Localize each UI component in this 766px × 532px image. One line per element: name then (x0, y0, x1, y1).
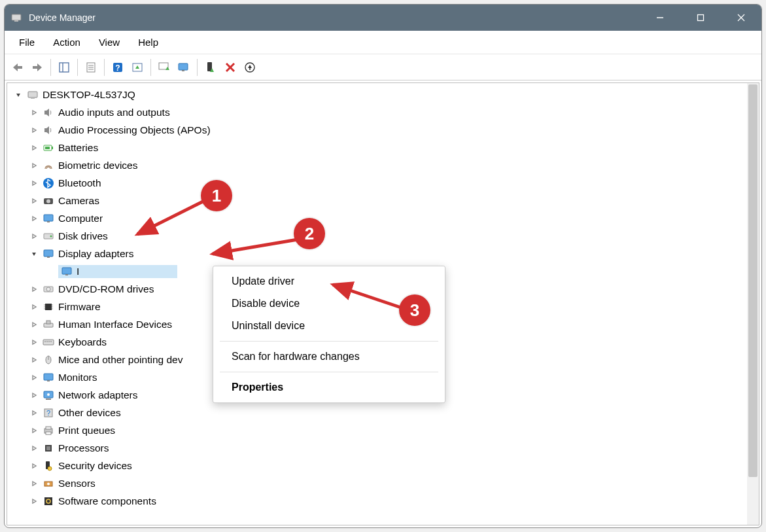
caret-right-icon[interactable] (29, 338, 39, 347)
uninstall-device-button[interactable] (241, 58, 259, 77)
computer-icon (27, 89, 39, 101)
svg-rect-28 (52, 147, 53, 149)
caret-right-icon[interactable] (29, 320, 39, 329)
vertical-scrollbar[interactable] (747, 83, 759, 525)
properties-button[interactable] (82, 58, 100, 77)
ctx-update-driver[interactable]: Update driver (213, 270, 445, 293)
menu-file[interactable]: File (10, 34, 44, 50)
fingerprint-icon (43, 160, 54, 171)
caret-right-icon[interactable] (29, 196, 39, 205)
ctx-scan-hardware[interactable]: Scan for hardware changes (213, 346, 445, 368)
tree-node[interactable]: Audio Processing Objects (APOs) (14, 121, 747, 139)
svg-rect-70 (46, 446, 50, 450)
tree-node[interactable]: Audio inputs and outputs (14, 103, 747, 121)
svg-rect-0 (12, 14, 21, 20)
caret-right-icon[interactable] (29, 143, 39, 152)
disk-icon (43, 230, 54, 242)
tree-node-label: Security devices (58, 460, 132, 472)
svg-rect-33 (44, 215, 53, 221)
caret-right-icon[interactable] (29, 214, 39, 223)
action-button[interactable] (128, 58, 147, 77)
caret-right-icon[interactable] (29, 285, 39, 294)
svg-rect-37 (44, 250, 53, 257)
caret-right-icon[interactable] (29, 108, 39, 117)
app-icon (10, 12, 22, 24)
tree-node[interactable]: Computer (14, 209, 747, 227)
caret-right-icon[interactable] (29, 355, 39, 364)
keyboard-icon (43, 336, 54, 348)
caret-right-icon[interactable] (29, 179, 39, 188)
ctx-separator (220, 372, 438, 372)
caret-right-icon[interactable] (29, 479, 39, 488)
tree-node[interactable]: Disk drives (14, 227, 747, 245)
maximize-button[interactable] (680, 5, 721, 31)
context-menu: Update driver Disable device Uninstall d… (213, 266, 445, 403)
speaker-icon (43, 107, 54, 118)
show-hide-tree-button[interactable] (55, 58, 73, 77)
toolbar-separator (197, 59, 198, 76)
caret-down-icon[interactable] (14, 90, 23, 99)
close-button[interactable] (721, 5, 761, 31)
tree-node[interactable]: DESKTOP-4L537JQ (14, 86, 747, 103)
tree-node-label: Software components (58, 495, 156, 507)
speaker-icon (43, 124, 54, 136)
svg-rect-7 (33, 66, 38, 69)
toolbar-separator (150, 59, 151, 76)
minimize-button[interactable] (640, 5, 680, 31)
window-title: Device Manager (29, 12, 640, 23)
tree-node[interactable]: Software components (14, 492, 747, 510)
caret-right-icon[interactable] (29, 232, 39, 241)
caret-right-icon[interactable] (29, 408, 39, 417)
enable-device-button[interactable] (201, 58, 220, 77)
tree-node[interactable]: Batteries (14, 139, 747, 156)
caret-right-icon[interactable] (29, 497, 39, 506)
tree-node[interactable]: Cameras (14, 192, 747, 209)
tree-node-label: Computer (58, 213, 103, 224)
caret-right-icon[interactable] (29, 444, 39, 453)
caret-right-icon[interactable] (29, 126, 39, 135)
hid-icon (43, 319, 54, 330)
caret-right-icon[interactable] (29, 373, 39, 382)
svg-rect-38 (47, 257, 50, 258)
caret-right-icon[interactable] (29, 302, 39, 311)
monitor-icon (43, 213, 54, 224)
tree-node-label: Print queues (58, 425, 115, 436)
help-button[interactable]: ? (109, 58, 127, 77)
toolbar-separator (104, 59, 105, 76)
ctx-properties[interactable]: Properties (213, 376, 445, 399)
scrollbar-thumb[interactable] (748, 84, 757, 477)
svg-rect-75 (44, 497, 52, 505)
scan-hardware-button[interactable] (175, 58, 193, 77)
tree-node[interactable]: Security devices (14, 457, 747, 474)
tree-node[interactable]: Display adapters (14, 245, 747, 262)
menu-action[interactable]: Action (44, 34, 90, 50)
tree-node[interactable]: ?Other devices (14, 404, 747, 421)
caret-right-icon[interactable] (29, 161, 39, 170)
disable-device-button[interactable] (221, 58, 239, 77)
svg-rect-56 (50, 341, 52, 342)
tree-node[interactable]: Biometric devices (14, 156, 747, 174)
sensor-icon (43, 478, 54, 489)
battery-icon (43, 142, 54, 154)
caret-right-icon[interactable] (29, 391, 39, 400)
tree-node[interactable]: Processors (14, 439, 747, 457)
annotation-badge-3: 3 (399, 294, 430, 326)
caret-down-icon[interactable] (29, 249, 39, 258)
tree-node[interactable]: Print queues (14, 421, 747, 439)
menu-view[interactable]: View (90, 34, 129, 50)
svg-rect-18 (179, 63, 188, 70)
caret-right-icon[interactable] (29, 426, 39, 435)
tree-node[interactable]: Bluetooth (14, 174, 747, 192)
forward-button[interactable] (28, 58, 46, 77)
caret-right-icon[interactable] (29, 461, 39, 470)
back-button[interactable] (9, 58, 27, 77)
menubar: File Action View Help (5, 31, 761, 54)
bluetooth-icon (43, 177, 54, 189)
update-driver-button[interactable] (155, 58, 173, 77)
menu-help[interactable]: Help (129, 34, 167, 50)
svg-rect-3 (698, 15, 704, 21)
tree-node-label: Display adapters (58, 248, 133, 260)
printer-icon (43, 425, 54, 436)
tree-node[interactable]: Sensors (14, 474, 747, 492)
tree-node-label: I (77, 266, 79, 277)
